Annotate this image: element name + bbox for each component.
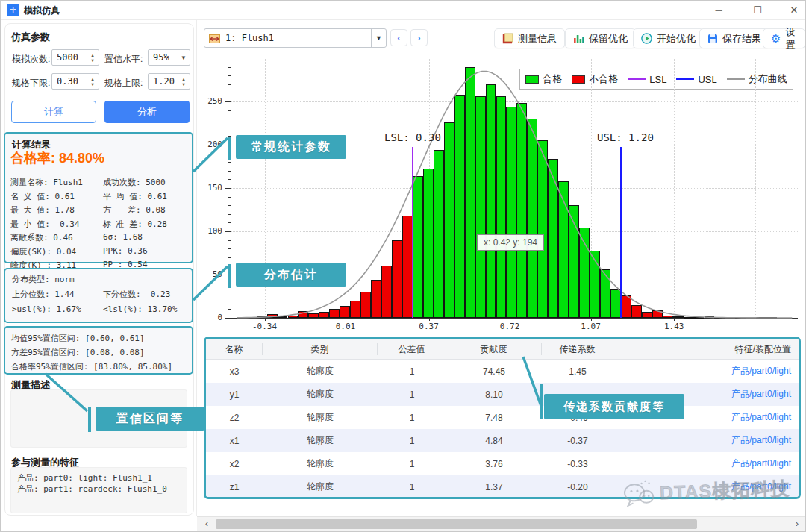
spec-upper-input[interactable]: 1.20 ▲▼ (148, 73, 190, 90)
minimize-button[interactable]: ─ (706, 1, 731, 19)
histogram-bar (684, 317, 694, 319)
table-header-cell: 传递系数 (542, 343, 613, 355)
table-cell: 轮廓度 (263, 457, 378, 470)
chart-tooltip: x: 0.42 y: 194 (477, 234, 544, 251)
table-header-cell: 名称 (206, 343, 263, 355)
chevron-down-icon[interactable]: ▼ (371, 29, 386, 47)
feature-location-link[interactable]: 产品/part0/light (613, 457, 799, 470)
table-row[interactable]: y1轮廓度18.10产品/part0/light (206, 383, 799, 406)
interval-line: 方差95%置信区间: [0.08, 0.08] (11, 345, 190, 360)
measurement-info-button[interactable]: 测量信息 (494, 28, 565, 48)
histogram-bar (673, 316, 684, 318)
settings-button[interactable]: ⚙ 设置 (763, 28, 805, 48)
spinner-arrows-icon[interactable]: ▲▼ (87, 75, 98, 88)
table-row[interactable]: x2轮廓度13.76-0.33产品/part0/light (206, 452, 799, 475)
histogram-bar (569, 205, 579, 318)
stat-line: 最 大 值: 1.78 (10, 204, 103, 216)
feature-location-link[interactable]: 产品/part0/light (613, 365, 799, 378)
histogram-bar (714, 317, 725, 319)
chevron-down-icon[interactable]: ▼ (178, 51, 189, 64)
feature-line: 产品: part1: reardeck: Flush1_0 (17, 484, 181, 495)
histogram-bar (329, 309, 340, 318)
legend-item: 分布曲线 (727, 72, 787, 86)
table-row[interactable]: x1轮廓度14.84-0.37产品/part0/light (206, 429, 799, 452)
table-header-cell: 公差值 (378, 343, 446, 355)
button-label: 测量信息 (518, 32, 557, 46)
features-area[interactable]: 产品: part0: light: Flush1_1产品: part1: rea… (10, 467, 187, 513)
table-row[interactable]: x3轮廓度174.451.45产品/part0/light (206, 360, 799, 383)
histogram-bar (663, 316, 673, 318)
table-cell: 1.45 (542, 366, 613, 377)
analyze-button[interactable]: 分析 (104, 101, 190, 123)
histogram-chart: 合格不合格LSLUSL分布曲线 050100150200250-0.340.01… (199, 53, 805, 337)
spinner-arrows-icon[interactable]: ▲▼ (87, 51, 98, 64)
table-cell: 74.45 (446, 366, 542, 377)
save-results-button[interactable]: 保存结果 (699, 28, 769, 48)
conf-level-select[interactable]: 95% ▼ (148, 49, 190, 66)
histogram-bar (496, 96, 507, 318)
x-gridline (674, 59, 675, 318)
stat-line: PPK: 0.36 (103, 246, 190, 257)
histogram-bar (537, 140, 548, 318)
results-stats: 测量名称: Flush1成功次数: 5000名 义 值: 0.61平 均 值: … (10, 177, 190, 271)
table-cell: 1 (378, 436, 446, 446)
y-tick-label: 150 (199, 183, 222, 193)
next-measurement-button[interactable]: › (410, 29, 428, 46)
y-tick (225, 318, 231, 319)
distribution-stat: >usl(%): 1.67% (12, 304, 103, 314)
gear-icon: ⚙ (771, 33, 781, 44)
table-row[interactable]: z1轮廓度11.37-0.20产品/part0/light (206, 475, 799, 498)
histogram-bar (308, 313, 319, 318)
close-button[interactable]: ✕ (781, 1, 806, 19)
table-cell: y1 (206, 389, 263, 400)
distribution-type: 分布类型: norm (12, 274, 75, 285)
legend-line (628, 78, 646, 80)
table-cell: 4.84 (446, 436, 542, 446)
spinner-arrows-icon[interactable]: ▲▼ (178, 75, 189, 88)
legend-label: 不合格 (589, 72, 618, 86)
y-tick (225, 275, 231, 275)
feature-location-link[interactable]: 产品/part0/light (613, 481, 799, 493)
table-row[interactable]: z2轮廓度17.48-0.46产品/part0/light (206, 406, 799, 429)
pass-rate: 合格率: 84.80% (10, 149, 104, 167)
stat-line: 偏度(SK): 0.04 (10, 246, 103, 257)
x-gridline (755, 59, 756, 318)
histogram-bar (454, 95, 465, 318)
measurement-icon (209, 34, 220, 44)
y-axis (231, 59, 231, 319)
histogram-bar (735, 317, 746, 319)
measurement-select[interactable]: 1: Flush1 ▼ (204, 28, 387, 48)
legend-line (727, 78, 745, 80)
spec-lower-input[interactable]: 0.30 ▲▼ (51, 73, 99, 90)
table-cell: x3 (206, 366, 263, 377)
scroll-right-icon[interactable]: › (789, 517, 805, 531)
histogram-bar (652, 310, 663, 318)
stat-line: 平 均 值: 0.61 (103, 191, 190, 202)
histogram-bar (402, 216, 413, 318)
prev-measurement-button[interactable]: ‹ (390, 29, 407, 46)
table-cell: z1 (206, 482, 263, 492)
horizontal-scrollbar[interactable]: ‹ › (197, 516, 806, 531)
legend-label: 合格 (543, 72, 562, 86)
legend-item: 不合格 (572, 72, 618, 86)
scroll-left-icon[interactable]: ‹ (199, 517, 215, 531)
spec-upper-value: 1.20 (153, 76, 175, 87)
histogram-bar (371, 280, 381, 318)
table-body: x3轮廓度174.451.45产品/part0/lighty1轮廓度18.10产… (206, 360, 799, 498)
legend-item: USL (676, 74, 716, 85)
start-optimization-button[interactable]: 开始优化 (633, 28, 704, 48)
keep-optimization-button[interactable]: 保留优化 (565, 28, 636, 48)
calculate-button[interactable]: 计算 (11, 101, 96, 123)
sim-count-label: 模拟次数: (12, 53, 50, 66)
x-tick-label: 0.37 (412, 322, 446, 331)
histogram-bar (434, 150, 444, 318)
maximize-button[interactable]: ☐ (745, 1, 770, 19)
callout-confidence: 置信区间等 (96, 407, 204, 431)
histogram-bar (298, 311, 308, 318)
table-cell: z2 (206, 413, 263, 423)
spec-lower-label: 规格下限: (12, 77, 50, 90)
feature-location-link[interactable]: 产品/part0/light (613, 434, 799, 447)
sim-count-input[interactable]: 5000 ▲▼ (51, 49, 99, 66)
scrollbar-thumb[interactable] (216, 519, 697, 529)
x-tick-label: 0.72 (493, 322, 527, 331)
